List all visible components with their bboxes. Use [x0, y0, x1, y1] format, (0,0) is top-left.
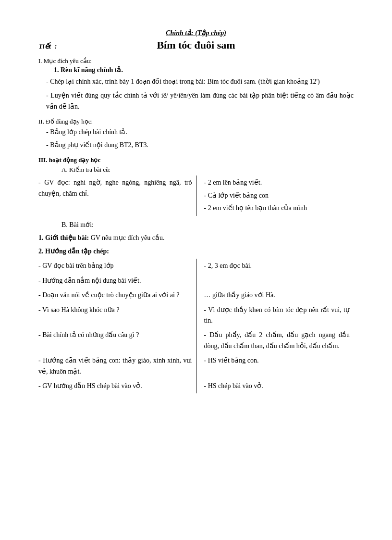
row5-right: - Dấu phẩy, dấu 2 chấm, dấu gạch ngang đ…	[196, 328, 354, 353]
sub-a-right2: - Cả lớp viết bảng con	[204, 190, 350, 201]
huong-dan-left: 2. Hướng dẫn tập chép:	[38, 244, 354, 259]
sub-a-left-col: - GV đọc: nghi ngờ, nghe ngóng, nghiêng …	[38, 176, 196, 215]
row1-right: - 2, 3 em đọc bài.	[196, 259, 354, 273]
row4-right: - Vì được thầy khen có bím tóc đẹp nên r…	[196, 303, 354, 328]
table-row-huong-dan: 2. Hướng dẫn tập chép:	[38, 244, 354, 259]
row4-left: - Vì sao Hà không khóc nữa ?	[38, 303, 196, 328]
sub-a-heading: A. Kiểm tra bài cũ:	[61, 166, 354, 174]
section-iii: III. hoạt động dạy học A. Kiểm tra bài c…	[38, 156, 354, 393]
tiet-label: Tiết :	[38, 42, 77, 50]
section-i-item2-text: - Luyện viết đúng quy tắc chính tả với i…	[46, 90, 354, 112]
table-row-6: - Hướng dẫn viết bảng con: thầy giáo, xi…	[38, 353, 354, 379]
table-row-5: - Bài chính tả có những dấu câu gì ? - D…	[38, 328, 354, 353]
section-ii-heading: II. Đồ dùng dạy học:	[38, 118, 354, 126]
table-row: - GV đọc: nghi ngờ, nghe ngóng, nghiêng …	[38, 176, 354, 215]
section-i: I. Mục đích yêu cầu: 1. Rèn kĩ năng chín…	[38, 57, 354, 112]
row7-left: - GV hướng dẫn HS chép bài vào vở.	[38, 379, 196, 393]
huong-dan-bold: 2. Hướng dẫn tập chép:	[38, 248, 109, 255]
section-ii: II. Đồ dùng dạy học: - Bảng lớp chép bài…	[38, 118, 354, 151]
row7-right: - HS chép bài vào vở.	[196, 379, 354, 393]
sub-a-right-col: - 2 em lên bảng viết. - Cả lớp viết bảng…	[196, 176, 354, 215]
intro-bold: 1. Giới thiệu bài:	[38, 234, 89, 241]
sub-b-heading: B. Bài mới:	[61, 221, 354, 229]
chinh-ta-label: Chính tả: (Tập chép)	[166, 29, 226, 37]
section-ii-item1: - Bảng lớp chép bài chính tả.	[46, 126, 354, 138]
section-iii-heading: III. hoạt động dạy học	[38, 156, 354, 164]
intro-left: 1. Giới thiệu bài: GV nêu mục đích yêu c…	[38, 231, 354, 244]
row3-right: … giữa thầy giáo với Hà.	[196, 288, 354, 302]
header-section: Chính tả: (Tập chép)	[38, 29, 354, 37]
sub-a-table: - GV đọc: nghi ngờ, nghe ngóng, nghiêng …	[38, 176, 354, 215]
sub-a-left-text: - GV đọc: nghi ngờ, nghe ngóng, nghiêng …	[38, 179, 192, 197]
sub-b-table: 1. Giới thiệu bài: GV nêu mục đích yêu c…	[38, 231, 354, 394]
row6-right: - HS viết bảng con.	[196, 353, 354, 379]
section-i-heading: I. Mục đích yêu cầu:	[38, 57, 354, 65]
title-row: Tiết : Bím tóc đuôi sam	[38, 39, 354, 51]
table-row-intro: 1. Giới thiệu bài: GV nêu mục đích yêu c…	[38, 231, 354, 244]
row2-right	[196, 274, 354, 288]
table-row-1: - GV đọc bài trên bảng lớp - 2, 3 em đọc…	[38, 259, 354, 273]
table-row-2: - Hướng dẫn nắm nội dung bài viết.	[38, 274, 354, 288]
sub-a-right3: - 2 em viết họ tên bạn thân của mình	[204, 203, 350, 213]
section-i-item1-text: - Chép lại chính xác, trình bày 1 đoạn đ…	[46, 76, 354, 87]
table-row-7: - GV hướng dẫn HS chép bài vào vở. - HS …	[38, 379, 354, 393]
row1-left: - GV đọc bài trên bảng lớp	[38, 259, 196, 273]
sub-a-right1: - 2 em lên bảng viết.	[204, 177, 350, 188]
row2-left: - Hướng dẫn nắm nội dung bài viết.	[38, 274, 196, 288]
section-i-item1-bold: 1. Rèn kĩ năng chính tả.	[54, 66, 354, 74]
row6-left: - Hướng dẫn viết bảng con: thầy giáo, xi…	[38, 353, 196, 379]
row5-left: - Bài chính tả có những dấu câu gì ?	[38, 328, 196, 353]
table-row-4: - Vì sao Hà không khóc nữa ? - Vì được t…	[38, 303, 354, 328]
main-title: Bím tóc đuôi sam	[77, 39, 354, 51]
table-row-3: - Đoạn văn nói về cuộc trò chuyện giữa a…	[38, 288, 354, 302]
row3-left: - Đoạn văn nói về cuộc trò chuyện giữa a…	[38, 288, 196, 302]
section-ii-item2: - Bảng phụ viết nội dung BT2, BT3.	[46, 139, 354, 151]
